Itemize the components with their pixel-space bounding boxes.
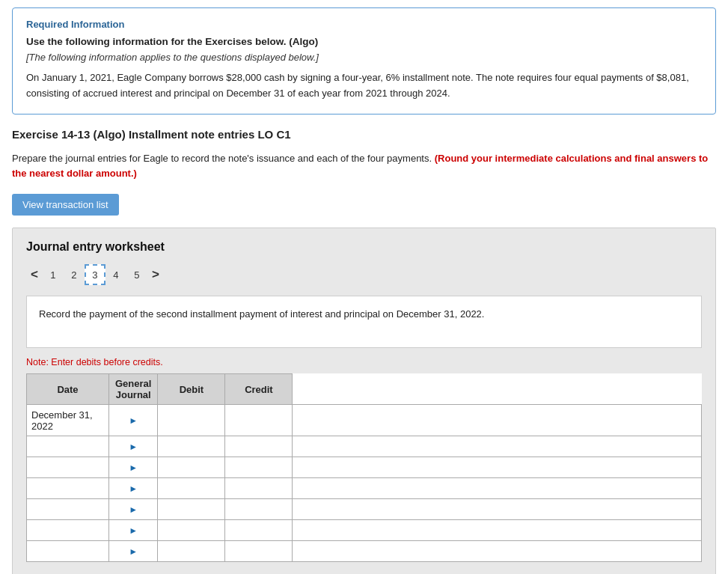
debit-cell[interactable] xyxy=(225,405,293,436)
debit-input[interactable] xyxy=(225,499,292,519)
general-journal-input[interactable] xyxy=(158,405,224,436)
journal-worksheet-container: Journal entry worksheet < 1 2 3 4 5 > Re… xyxy=(12,228,716,574)
required-info-italic-subheading: [The following information applies to th… xyxy=(26,52,702,63)
exercise-instructions: Prepare the journal entries for Eagle to… xyxy=(12,151,716,183)
general-journal-input[interactable] xyxy=(158,457,224,477)
debit-cell[interactable] xyxy=(225,436,293,457)
row-arrow: ► xyxy=(109,405,158,436)
credit-cell[interactable] xyxy=(293,405,702,436)
row-arrow: ► xyxy=(109,436,158,457)
credit-input[interactable] xyxy=(293,520,701,540)
general-journal-input[interactable] xyxy=(158,520,224,540)
row-arrow: ► xyxy=(109,478,158,499)
date-cell xyxy=(27,520,109,541)
debit-cell[interactable] xyxy=(225,520,293,541)
credit-input[interactable] xyxy=(293,436,701,457)
instruction-box: Record the payment of the second install… xyxy=(26,296,702,348)
debit-input[interactable] xyxy=(225,405,292,436)
general-journal-cell[interactable] xyxy=(158,499,225,520)
page-1-button[interactable]: 1 xyxy=(43,264,64,285)
credit-cell[interactable] xyxy=(293,457,702,478)
header-credit: Credit xyxy=(225,374,293,405)
credit-input[interactable] xyxy=(293,541,701,561)
credit-input[interactable] xyxy=(293,457,701,477)
date-cell xyxy=(27,478,109,499)
table-row: December 31,2022► xyxy=(27,405,702,436)
date-cell xyxy=(27,541,109,562)
required-info-body: On January 1, 2021, Eagle Company borrow… xyxy=(26,70,702,102)
credit-cell[interactable] xyxy=(293,520,702,541)
journal-worksheet-title: Journal entry worksheet xyxy=(26,240,702,254)
header-date: Date xyxy=(27,374,109,405)
header-general-journal: General Journal xyxy=(109,374,158,405)
page-3-button[interactable]: 3 xyxy=(85,264,105,285)
page-2-button[interactable]: 2 xyxy=(64,264,85,285)
pagination-row: < 1 2 3 4 5 > xyxy=(26,264,702,285)
general-journal-input[interactable] xyxy=(158,499,224,519)
date-text: December 31,2022 xyxy=(31,409,93,432)
table-row: ► xyxy=(27,541,702,562)
credit-input[interactable] xyxy=(293,478,701,498)
row-arrow: ► xyxy=(109,520,158,541)
general-journal-cell[interactable] xyxy=(158,457,225,478)
exercise-title: Exercise 14-13 (Algo) Installment note e… xyxy=(12,128,716,141)
table-row: ► xyxy=(27,520,702,541)
required-info-bold-heading: Use the following information for the Ex… xyxy=(26,36,702,47)
general-journal-input[interactable] xyxy=(158,436,224,457)
debit-input[interactable] xyxy=(225,541,292,561)
required-info-box: Required Information Use the following i… xyxy=(12,7,716,115)
debit-input[interactable] xyxy=(225,478,292,498)
credit-input[interactable] xyxy=(293,405,701,436)
exercise-instructions-plain: Prepare the journal entries for Eagle to… xyxy=(12,153,432,164)
credit-cell[interactable] xyxy=(293,436,702,457)
general-journal-cell[interactable] xyxy=(158,436,225,457)
general-journal-cell[interactable] xyxy=(158,520,225,541)
credit-cell[interactable] xyxy=(293,478,702,499)
prev-page-button[interactable]: < xyxy=(26,266,43,284)
required-info-title: Required Information xyxy=(26,19,702,30)
header-debit: Debit xyxy=(158,374,225,405)
row-arrow: ► xyxy=(109,499,158,520)
date-cell: December 31,2022 xyxy=(27,405,109,436)
row-arrow: ► xyxy=(109,457,158,478)
general-journal-cell[interactable] xyxy=(158,541,225,562)
debit-cell[interactable] xyxy=(225,541,293,562)
date-cell xyxy=(27,457,109,478)
general-journal-input[interactable] xyxy=(158,478,224,498)
general-journal-input[interactable] xyxy=(158,541,224,561)
page-4-button[interactable]: 4 xyxy=(105,264,126,285)
table-row: ► xyxy=(27,457,702,478)
debit-cell[interactable] xyxy=(225,499,293,520)
table-header-row: Date General Journal Debit Credit xyxy=(27,374,702,405)
date-cell xyxy=(27,499,109,520)
table-row: ► xyxy=(27,499,702,520)
next-page-button[interactable]: > xyxy=(147,266,164,284)
debit-input[interactable] xyxy=(225,520,292,540)
row-arrow: ► xyxy=(109,541,158,562)
table-row: ► xyxy=(27,478,702,499)
debit-input[interactable] xyxy=(225,457,292,477)
view-transaction-button[interactable]: View transaction list xyxy=(12,194,119,216)
credit-cell[interactable] xyxy=(293,499,702,520)
date-cell xyxy=(27,436,109,457)
debit-cell[interactable] xyxy=(225,457,293,478)
credit-cell[interactable] xyxy=(293,541,702,562)
debit-input[interactable] xyxy=(225,436,292,457)
note-text: Note: Enter debits before credits. xyxy=(26,357,702,367)
table-row: ► xyxy=(27,436,702,457)
page-5-button[interactable]: 5 xyxy=(126,264,147,285)
general-journal-cell[interactable] xyxy=(158,478,225,499)
credit-input[interactable] xyxy=(293,499,701,519)
general-journal-cell[interactable] xyxy=(158,405,225,436)
debit-cell[interactable] xyxy=(225,478,293,499)
journal-table: Date General Journal Debit Credit Decemb… xyxy=(26,373,702,562)
